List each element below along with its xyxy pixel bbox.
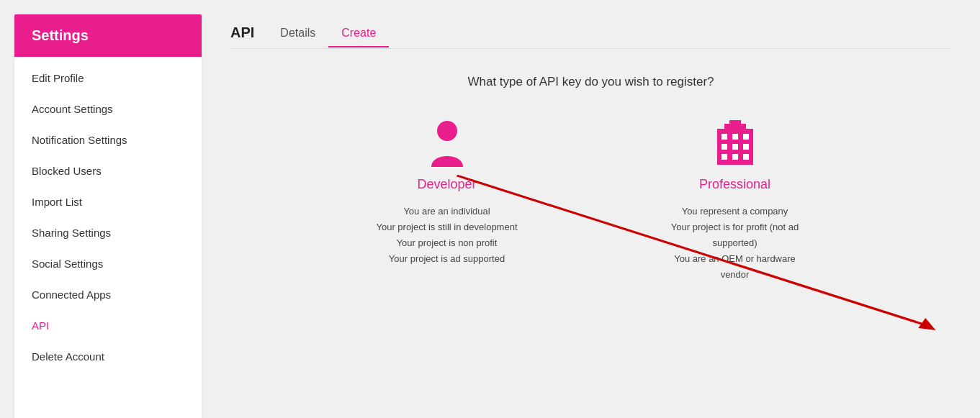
svg-marker-15 <box>918 318 935 330</box>
svg-rect-4 <box>732 134 738 140</box>
svg-rect-12 <box>724 124 746 130</box>
create-tab[interactable]: Create <box>328 19 389 47</box>
sidebar-item-notification-settings[interactable]: Notification Settings <box>14 124 202 155</box>
svg-rect-8 <box>743 144 749 150</box>
sidebar-item-delete-account[interactable]: Delete Account <box>14 341 202 372</box>
svg-point-0 <box>437 121 457 141</box>
sidebar-item-connected-apps[interactable]: Connected Apps <box>14 279 202 310</box>
developer-icon <box>426 118 469 171</box>
developer-card[interactable]: Developer You are an individual Your pro… <box>375 118 519 283</box>
professional-card[interactable]: Professional You represent a company You… <box>663 118 807 283</box>
svg-rect-3 <box>721 134 727 140</box>
api-tab[interactable]: API <box>230 17 267 48</box>
sidebar-item-api[interactable]: API <box>14 310 202 341</box>
sidebar-item-social-settings[interactable]: Social Settings <box>14 248 202 279</box>
svg-rect-10 <box>732 154 738 160</box>
sidebar: Settings Edit ProfileAccount SettingsNot… <box>14 14 202 418</box>
sidebar-header: Settings <box>14 14 202 57</box>
svg-rect-11 <box>743 154 749 160</box>
sidebar-nav: Edit ProfileAccount SettingsNotification… <box>14 57 202 378</box>
details-tab[interactable]: Details <box>267 19 328 47</box>
professional-title: Professional <box>699 177 770 192</box>
tab-bar: APIDetailsCreate <box>230 17 951 49</box>
main-content: APIDetailsCreate What type of API key do… <box>202 0 980 300</box>
svg-rect-13 <box>729 120 741 124</box>
svg-rect-7 <box>732 144 738 150</box>
svg-rect-9 <box>721 154 727 160</box>
developer-title: Developer <box>417 177 476 192</box>
red-arrow <box>230 118 951 334</box>
sidebar-item-blocked-users[interactable]: Blocked Users <box>14 155 202 186</box>
api-type-cards: Developer You are an individual Your pro… <box>230 118 951 283</box>
sidebar-item-import-list[interactable]: Import List <box>14 186 202 217</box>
sidebar-item-edit-profile[interactable]: Edit Profile <box>14 63 202 94</box>
professional-icon <box>714 118 757 171</box>
professional-desc: You represent a company Your project is … <box>663 204 807 283</box>
page-question: What type of API key do you wish to regi… <box>230 75 951 89</box>
svg-rect-5 <box>743 134 749 140</box>
sidebar-item-account-settings[interactable]: Account Settings <box>14 94 202 124</box>
developer-desc: You are an individual Your project is st… <box>376 204 517 267</box>
svg-rect-6 <box>721 144 727 150</box>
sidebar-item-sharing-settings[interactable]: Sharing Settings <box>14 217 202 248</box>
